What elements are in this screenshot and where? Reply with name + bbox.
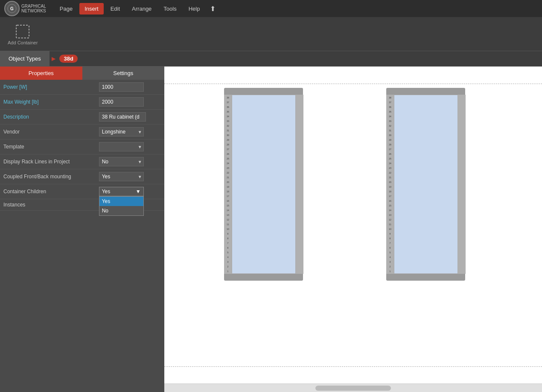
tab-properties[interactable]: Properties [0, 67, 82, 80]
scrollbar-thumb [315, 386, 391, 391]
tab-arrow: ► [50, 51, 58, 66]
rack1-ruler-right [296, 95, 303, 274]
children-option-no[interactable]: No [99, 206, 143, 215]
prop-row-maxweight: Max Weight [lb] [0, 95, 164, 110]
tab-settings[interactable]: Settings [82, 67, 165, 80]
prop-row-description: Description [0, 110, 164, 125]
prop-select-template[interactable] [99, 142, 144, 151]
menu-edit[interactable]: Edit [105, 3, 125, 15]
tabbar: Object Types ► 38d [0, 51, 542, 67]
toolbar: Add Container [0, 17, 542, 51]
prop-select-racklines[interactable]: No Yes [99, 157, 144, 166]
menu-page[interactable]: Page [55, 3, 78, 15]
rack1-bottom [224, 274, 303, 281]
prop-label-template: Template [3, 144, 24, 150]
rack1-body: 38 37 36 35 34 33 32 31 30 29 28 27 26 2… [224, 95, 303, 274]
prop-row-template: Template ▼ [0, 139, 164, 154]
prop-row-vendor: Vendor Longshine ▼ [0, 125, 164, 139]
prop-label-coupled: Coupled Front/Back mounting [3, 174, 71, 180]
coupled-select-wrapper: Yes No ▼ [99, 172, 144, 181]
rack1-ruler-left: 38 37 36 35 34 33 32 31 30 29 28 27 26 2… [224, 95, 232, 274]
guideline-bottom [164, 366, 542, 367]
tab-object-types[interactable]: Object Types [0, 51, 50, 66]
add-container-label: Add Container [8, 40, 38, 45]
menu-arrange[interactable]: Arrange [127, 3, 157, 15]
rack1-top [224, 88, 303, 95]
logo: G GRAPHICALNETWORKS [4, 1, 46, 16]
logo-icon: G [4, 1, 20, 16]
prop-label-maxweight: Max Weight [lb] [3, 99, 38, 105]
prop-input-maxweight[interactable] [99, 97, 144, 107]
main-layout: Properties Settings Power [W] Max Weight… [0, 67, 542, 392]
prop-row-coupled: Coupled Front/Back mounting Yes No ▼ [0, 169, 164, 184]
rack2-bottom [386, 274, 465, 281]
properties-table: Power [W] Max Weight [lb] Description Ve… [0, 80, 164, 211]
rack2-ruler-left: 38 37 36 35 34 33 32 31 30 29 28 27 26 2… [386, 95, 394, 274]
prop-row-racklines: Display Rack Lines in Project No Yes ▼ [0, 154, 164, 169]
menu-insert[interactable]: Insert [79, 3, 104, 15]
prop-label-racklines: Display Rack Lines in Project [3, 159, 70, 165]
prop-row-children: Container Children Yes ▼ Yes No [0, 184, 164, 199]
prop-label-instances: Instances [3, 202, 25, 208]
logo-text: GRAPHICALNETWORKS [21, 4, 46, 13]
children-dropdown-arrow: ▼ [136, 189, 141, 195]
upload-icon[interactable]: ⬆ [210, 5, 216, 13]
children-dropdown-trigger[interactable]: Yes ▼ [99, 187, 144, 196]
prop-row-power: Power [W] [0, 80, 164, 95]
children-option-yes[interactable]: Yes [99, 197, 143, 206]
rack-1: 38 37 36 35 34 33 32 31 30 29 28 27 26 2… [224, 88, 303, 281]
prop-label-children: Container Children [3, 189, 46, 195]
template-select-wrapper: ▼ [99, 142, 144, 151]
rack2-ruler-right [458, 95, 466, 274]
svg-text:G: G [10, 6, 14, 11]
prop-label-description: Description [3, 114, 29, 120]
add-container-button[interactable]: Add Container [4, 21, 41, 47]
children-dropdown-list: Yes No [99, 196, 144, 216]
menu-tools[interactable]: Tools [158, 3, 181, 15]
canvas-area[interactable]: 38 37 36 35 34 33 32 31 30 29 28 27 26 2… [164, 67, 542, 392]
prop-select-coupled[interactable]: Yes No [99, 172, 144, 181]
svg-rect-2 [16, 25, 29, 38]
rack2-interior [394, 95, 458, 274]
rack2-top [386, 88, 465, 95]
prop-input-description[interactable] [99, 112, 146, 122]
vendor-select-wrapper: Longshine ▼ [99, 127, 144, 136]
menu-help[interactable]: Help [184, 3, 205, 15]
add-container-icon [14, 23, 31, 40]
panel-tabs: Properties Settings [0, 67, 164, 80]
guideline-top [164, 84, 542, 84]
rack2-body: 38 37 36 35 34 33 32 31 30 29 28 27 26 2… [386, 95, 466, 274]
prop-label-power: Power [W] [3, 84, 27, 90]
prop-label-vendor: Vendor [3, 129, 20, 135]
tab-badge: 38d [59, 55, 77, 63]
rack-2: 38 37 36 35 34 33 32 31 30 29 28 27 26 2… [386, 88, 466, 281]
left-panel: Properties Settings Power [W] Max Weight… [0, 67, 164, 392]
prop-input-power[interactable] [99, 82, 144, 92]
racklines-select-wrapper: No Yes ▼ [99, 157, 144, 166]
tab-badge-container[interactable]: 38d [58, 51, 77, 66]
rack1-interior [232, 95, 296, 274]
menubar: G GRAPHICALNETWORKS Page Insert Edit Arr… [0, 0, 542, 17]
children-dropdown: Yes ▼ Yes No [99, 187, 161, 196]
children-selected-value: Yes [102, 189, 111, 195]
prop-select-vendor[interactable]: Longshine [99, 127, 144, 136]
scrollbar-horizontal[interactable] [164, 383, 542, 392]
